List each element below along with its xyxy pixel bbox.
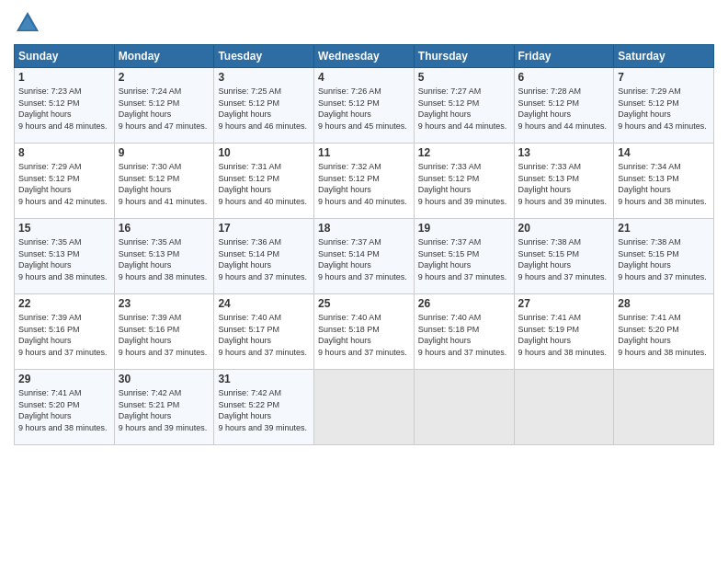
day-number: 9: [119, 146, 210, 159]
page-container: SundayMondayTuesdayWednesdayThursdayFrid…: [0, 0, 728, 454]
calendar-cell: 26 Sunrise: 7:40 AM Sunset: 5:18 PM Dayl…: [414, 294, 514, 370]
calendar-cell: 20 Sunrise: 7:38 AM Sunset: 5:15 PM Dayl…: [514, 219, 614, 294]
day-number: 26: [418, 297, 510, 310]
day-info: Sunrise: 7:33 AM Sunset: 5:13 PM Dayligh…: [518, 161, 610, 207]
calendar-cell: [614, 370, 714, 445]
calendar-cell: 10 Sunrise: 7:31 AM Sunset: 5:12 PM Dayl…: [214, 144, 314, 219]
day-info: Sunrise: 7:35 AM Sunset: 5:13 PM Dayligh…: [119, 236, 210, 282]
calendar-week-row: 8 Sunrise: 7:29 AM Sunset: 5:12 PM Dayli…: [15, 144, 714, 219]
weekday-header: Tuesday: [214, 45, 314, 68]
day-number: 22: [18, 297, 110, 310]
weekday-header: Wednesday: [314, 45, 415, 68]
day-number: 19: [418, 222, 510, 235]
day-info: Sunrise: 7:38 AM Sunset: 5:15 PM Dayligh…: [518, 236, 610, 282]
day-info: Sunrise: 7:37 AM Sunset: 5:14 PM Dayligh…: [318, 236, 410, 282]
calendar-cell: 4 Sunrise: 7:26 AM Sunset: 5:12 PM Dayli…: [314, 68, 415, 144]
day-number: 13: [518, 146, 610, 159]
calendar-cell: [514, 370, 614, 445]
calendar-cell: 12 Sunrise: 7:33 AM Sunset: 5:12 PM Dayl…: [414, 144, 514, 219]
calendar-cell: 11 Sunrise: 7:32 AM Sunset: 5:12 PM Dayl…: [314, 144, 415, 219]
calendar-week-row: 22 Sunrise: 7:39 AM Sunset: 5:16 PM Dayl…: [15, 294, 714, 370]
weekday-header-row: SundayMondayTuesdayWednesdayThursdayFrid…: [15, 45, 714, 68]
day-number: 5: [418, 71, 510, 84]
calendar-cell: 17 Sunrise: 7:36 AM Sunset: 5:14 PM Dayl…: [214, 219, 314, 294]
day-number: 29: [18, 373, 110, 385]
calendar-cell: 21 Sunrise: 7:38 AM Sunset: 5:15 PM Dayl…: [614, 219, 714, 294]
calendar-cell: 27 Sunrise: 7:41 AM Sunset: 5:19 PM Dayl…: [514, 294, 614, 370]
day-number: 24: [218, 297, 310, 310]
day-number: 2: [119, 71, 210, 84]
calendar-cell: 24 Sunrise: 7:40 AM Sunset: 5:17 PM Dayl…: [214, 294, 314, 370]
day-number: 12: [418, 146, 510, 159]
day-info: Sunrise: 7:41 AM Sunset: 5:19 PM Dayligh…: [518, 312, 610, 358]
calendar-week-row: 15 Sunrise: 7:35 AM Sunset: 5:13 PM Dayl…: [15, 219, 714, 294]
day-number: 14: [618, 146, 710, 159]
calendar-cell: 9 Sunrise: 7:30 AM Sunset: 5:12 PM Dayli…: [114, 144, 214, 219]
day-info: Sunrise: 7:25 AM Sunset: 5:12 PM Dayligh…: [218, 86, 310, 132]
day-info: Sunrise: 7:42 AM Sunset: 5:22 PM Dayligh…: [218, 387, 310, 433]
day-info: Sunrise: 7:34 AM Sunset: 5:13 PM Dayligh…: [618, 161, 710, 207]
day-number: 21: [618, 222, 710, 235]
weekday-header: Saturday: [614, 45, 714, 68]
calendar-cell: 18 Sunrise: 7:37 AM Sunset: 5:14 PM Dayl…: [314, 219, 415, 294]
day-number: 1: [18, 71, 110, 84]
day-info: Sunrise: 7:41 AM Sunset: 5:20 PM Dayligh…: [18, 387, 110, 433]
day-info: Sunrise: 7:23 AM Sunset: 5:12 PM Dayligh…: [18, 86, 110, 132]
day-info: Sunrise: 7:35 AM Sunset: 5:13 PM Dayligh…: [18, 236, 110, 282]
day-number: 28: [618, 297, 710, 310]
calendar-cell: 1 Sunrise: 7:23 AM Sunset: 5:12 PM Dayli…: [15, 68, 115, 144]
logo: [14, 9, 43, 37]
calendar-cell: 31 Sunrise: 7:42 AM Sunset: 5:22 PM Dayl…: [214, 370, 314, 445]
calendar-cell: 28 Sunrise: 7:41 AM Sunset: 5:20 PM Dayl…: [614, 294, 714, 370]
day-info: Sunrise: 7:32 AM Sunset: 5:12 PM Dayligh…: [318, 161, 410, 207]
day-number: 23: [119, 297, 210, 310]
calendar-cell: [314, 370, 415, 445]
day-number: 27: [518, 297, 610, 310]
day-number: 8: [18, 146, 110, 159]
calendar-cell: 2 Sunrise: 7:24 AM Sunset: 5:12 PM Dayli…: [114, 68, 214, 144]
day-info: Sunrise: 7:28 AM Sunset: 5:12 PM Dayligh…: [518, 86, 610, 132]
day-info: Sunrise: 7:31 AM Sunset: 5:12 PM Dayligh…: [218, 161, 310, 207]
day-number: 7: [618, 71, 710, 84]
calendar-cell: 25 Sunrise: 7:40 AM Sunset: 5:18 PM Dayl…: [314, 294, 415, 370]
calendar-cell: 30 Sunrise: 7:42 AM Sunset: 5:21 PM Dayl…: [114, 370, 214, 445]
day-number: 18: [318, 222, 410, 235]
calendar-table: SundayMondayTuesdayWednesdayThursdayFrid…: [14, 44, 714, 445]
day-info: Sunrise: 7:41 AM Sunset: 5:20 PM Dayligh…: [618, 312, 710, 358]
calendar-cell: 22 Sunrise: 7:39 AM Sunset: 5:16 PM Dayl…: [15, 294, 115, 370]
day-info: Sunrise: 7:38 AM Sunset: 5:15 PM Dayligh…: [618, 236, 710, 282]
day-number: 6: [518, 71, 610, 84]
day-number: 4: [318, 71, 410, 84]
day-info: Sunrise: 7:40 AM Sunset: 5:18 PM Dayligh…: [418, 312, 510, 358]
day-info: Sunrise: 7:37 AM Sunset: 5:15 PM Dayligh…: [418, 236, 510, 282]
day-info: Sunrise: 7:36 AM Sunset: 5:14 PM Dayligh…: [218, 236, 310, 282]
header: [14, 9, 714, 37]
day-info: Sunrise: 7:24 AM Sunset: 5:12 PM Dayligh…: [119, 86, 210, 132]
weekday-header: Monday: [114, 45, 214, 68]
calendar-cell: [414, 370, 514, 445]
calendar-cell: 16 Sunrise: 7:35 AM Sunset: 5:13 PM Dayl…: [114, 219, 214, 294]
calendar-cell: 29 Sunrise: 7:41 AM Sunset: 5:20 PM Dayl…: [15, 370, 115, 445]
day-number: 31: [218, 373, 310, 385]
day-number: 3: [218, 71, 310, 84]
weekday-header: Thursday: [414, 45, 514, 68]
day-number: 16: [119, 222, 210, 235]
calendar-cell: 15 Sunrise: 7:35 AM Sunset: 5:13 PM Dayl…: [15, 219, 115, 294]
day-number: 15: [18, 222, 110, 235]
day-number: 10: [218, 146, 310, 159]
weekday-header: Friday: [514, 45, 614, 68]
calendar-cell: 14 Sunrise: 7:34 AM Sunset: 5:13 PM Dayl…: [614, 144, 714, 219]
day-info: Sunrise: 7:40 AM Sunset: 5:17 PM Dayligh…: [218, 312, 310, 358]
calendar-cell: 5 Sunrise: 7:27 AM Sunset: 5:12 PM Dayli…: [414, 68, 514, 144]
day-info: Sunrise: 7:26 AM Sunset: 5:12 PM Dayligh…: [318, 86, 410, 132]
day-number: 20: [518, 222, 610, 235]
day-info: Sunrise: 7:39 AM Sunset: 5:16 PM Dayligh…: [18, 312, 110, 358]
weekday-header: Sunday: [15, 45, 115, 68]
day-info: Sunrise: 7:33 AM Sunset: 5:12 PM Dayligh…: [418, 161, 510, 207]
calendar-cell: 23 Sunrise: 7:39 AM Sunset: 5:16 PM Dayl…: [114, 294, 214, 370]
calendar-cell: 6 Sunrise: 7:28 AM Sunset: 5:12 PM Dayli…: [514, 68, 614, 144]
calendar-cell: 8 Sunrise: 7:29 AM Sunset: 5:12 PM Dayli…: [15, 144, 115, 219]
day-number: 11: [318, 146, 410, 159]
calendar-cell: 7 Sunrise: 7:29 AM Sunset: 5:12 PM Dayli…: [614, 68, 714, 144]
logo-icon: [14, 9, 41, 37]
